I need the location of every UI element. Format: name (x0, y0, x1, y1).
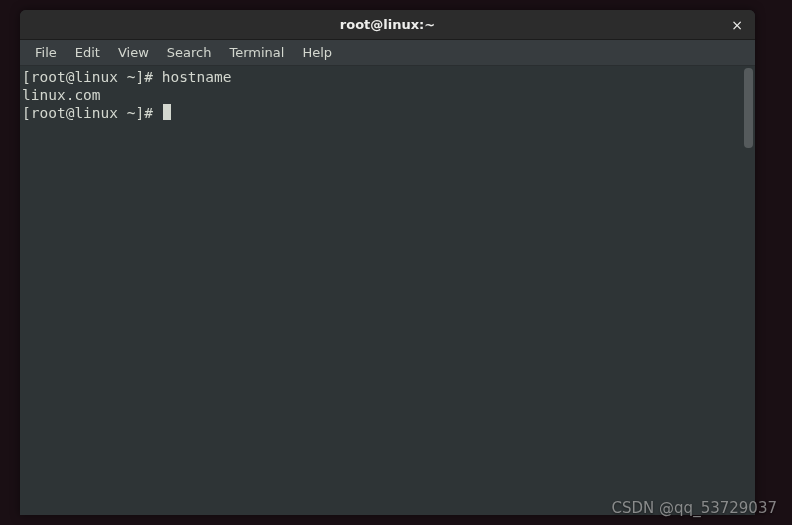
terminal-line: [root@linux ~]# hostname (22, 68, 753, 86)
terminal-body[interactable]: [root@linux ~]# hostnamelinux.com[root@l… (20, 66, 755, 515)
titlebar[interactable]: root@linux:~ × (20, 10, 755, 40)
terminal-prompt-line: [root@linux ~]# (22, 104, 753, 122)
terminal-prompt: [root@linux ~]# (22, 105, 162, 121)
menu-help[interactable]: Help (293, 42, 341, 63)
menubar: File Edit View Search Terminal Help (20, 40, 755, 66)
menu-terminal[interactable]: Terminal (220, 42, 293, 63)
watermark: CSDN @qq_53729037 (612, 499, 777, 517)
cursor-icon (163, 104, 171, 120)
window-title: root@linux:~ (340, 17, 435, 32)
menu-search[interactable]: Search (158, 42, 221, 63)
terminal-window: root@linux:~ × File Edit View Search Ter… (20, 10, 755, 515)
menu-file[interactable]: File (26, 42, 66, 63)
menu-view[interactable]: View (109, 42, 158, 63)
terminal-line: linux.com (22, 86, 753, 104)
menu-edit[interactable]: Edit (66, 42, 109, 63)
terminal-output[interactable]: [root@linux ~]# hostnamelinux.com[root@l… (22, 68, 753, 122)
scrollbar[interactable] (744, 68, 753, 148)
close-icon[interactable]: × (727, 15, 747, 35)
